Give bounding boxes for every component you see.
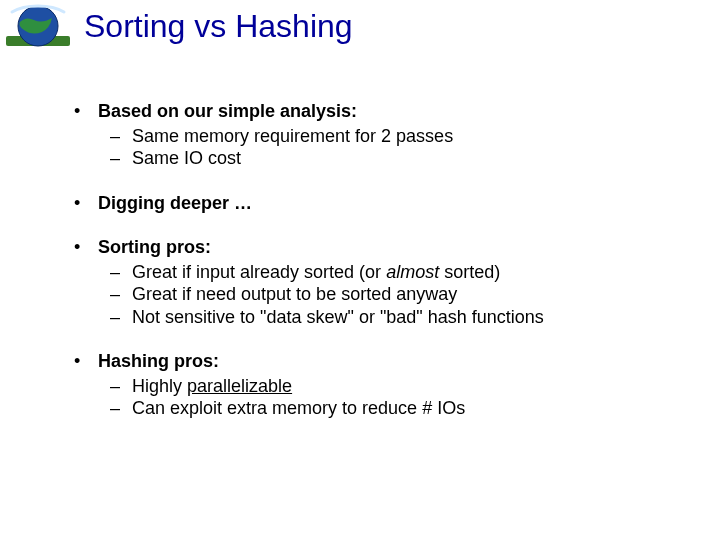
sub-item: Not sensitive to "data skew" or "bad" ha… bbox=[98, 306, 690, 329]
sub-item: Great if need output to be sorted anyway bbox=[98, 283, 690, 306]
bullet-lead: Digging deeper … bbox=[98, 193, 252, 213]
slide-body: Based on our simple analysis: Same memor… bbox=[68, 100, 690, 442]
underline-text: parallelizable bbox=[187, 376, 292, 396]
bullet-hashing-pros: Hashing pros: Highly parallelizable Can … bbox=[68, 350, 690, 420]
sub-item: Same memory requirement for 2 passes bbox=[98, 125, 690, 148]
bullet-lead: Based on our simple analysis: bbox=[98, 101, 357, 121]
sub-item: Great if input already sorted (or almost… bbox=[98, 261, 690, 284]
bullet-analysis: Based on our simple analysis: Same memor… bbox=[68, 100, 690, 170]
sub-item: Same IO cost bbox=[98, 147, 690, 170]
slide: Sorting vs Hashing Based on our simple a… bbox=[0, 0, 720, 540]
bullet-sorting-pros: Sorting pros: Great if input already sor… bbox=[68, 236, 690, 328]
italic-text: almost bbox=[386, 262, 439, 282]
sub-item: Can exploit extra memory to reduce # IOs bbox=[98, 397, 690, 420]
bullet-lead: Sorting pros: bbox=[98, 237, 211, 257]
slide-title: Sorting vs Hashing bbox=[84, 8, 353, 45]
globe-logo-icon bbox=[6, 4, 70, 52]
bullet-lead: Hashing pros: bbox=[98, 351, 219, 371]
sub-item: Highly parallelizable bbox=[98, 375, 690, 398]
bullet-digging: Digging deeper … bbox=[68, 192, 690, 215]
